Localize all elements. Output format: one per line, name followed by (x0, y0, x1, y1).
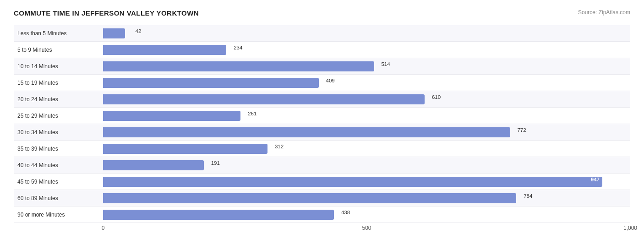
bar-container: 261 (103, 108, 630, 124)
bar-container: 610 (103, 91, 630, 107)
bar-value: 409 (326, 78, 335, 83)
bar-container: 514 (103, 58, 630, 74)
bar-row: 5 to 9 Minutes234 (14, 42, 630, 58)
bar-fill: 514 (103, 61, 374, 71)
x-axis-tick: 0 (102, 225, 105, 231)
bar-label: 40 to 44 Minutes (14, 162, 103, 168)
bar-container: 947 (103, 174, 630, 190)
bar-row: 60 to 89 Minutes784 (14, 190, 630, 206)
bar-fill: 772 (103, 127, 510, 137)
bar-row: 40 to 44 Minutes191 (14, 157, 630, 174)
bar-label: 10 to 14 Minutes (14, 63, 103, 70)
x-axis: 05001,000 (103, 225, 630, 234)
bar-container: 438 (103, 206, 630, 223)
bar-container: 234 (103, 42, 630, 58)
bar-value: 772 (517, 127, 526, 133)
bar-value: 784 (524, 193, 532, 199)
bar-row: 25 to 29 Minutes261 (14, 108, 630, 124)
bar-fill: 261 (103, 111, 240, 121)
bar-fill: 409 (103, 78, 319, 88)
chart-source: Source: ZipAtlas.com (578, 9, 630, 16)
bar-fill: 42 (103, 28, 125, 38)
bar-row: 45 to 59 Minutes947 (14, 174, 630, 190)
bar-container: 191 (103, 157, 630, 173)
bar-label: 5 to 9 Minutes (14, 47, 103, 53)
bar-container: 42 (103, 25, 630, 41)
bar-fill: 312 (103, 144, 267, 154)
bar-row: 90 or more Minutes438 (14, 206, 630, 223)
bar-label: 35 to 39 Minutes (14, 146, 103, 152)
bar-value: 514 (381, 61, 390, 67)
chart-title: COMMUTE TIME IN JEFFERSON VALLEY YORKTOW… (14, 9, 199, 17)
bar-fill: 784 (103, 193, 516, 203)
bar-fill: 191 (103, 160, 204, 170)
bar-row: 20 to 24 Minutes610 (14, 91, 630, 108)
bar-row: 10 to 14 Minutes514 (14, 58, 630, 75)
bar-fill: 234 (103, 45, 226, 55)
bar-container: 312 (103, 141, 630, 157)
bar-value: 234 (234, 45, 242, 50)
chart-wrapper: COMMUTE TIME IN JEFFERSON VALLEY YORKTOW… (14, 9, 630, 234)
chart-header: COMMUTE TIME IN JEFFERSON VALLEY YORKTOW… (14, 9, 630, 17)
bar-fill: 610 (103, 94, 425, 104)
bar-label: 30 to 34 Minutes (14, 129, 103, 136)
bar-value: 438 (341, 210, 350, 215)
bar-fill: 438 (103, 210, 334, 220)
bar-row: 35 to 39 Minutes312 (14, 141, 630, 157)
bar-label: 15 to 19 Minutes (14, 80, 103, 86)
bar-value: 610 (432, 94, 441, 100)
bar-value: 947 (591, 177, 600, 182)
bar-container: 772 (103, 124, 630, 140)
bar-fill: 947 (103, 177, 602, 187)
bar-value: 191 (211, 160, 220, 166)
bar-value: 261 (248, 111, 257, 116)
bar-label: Less than 5 Minutes (14, 30, 103, 37)
chart-area: Less than 5 Minutes425 to 9 Minutes23410… (14, 25, 630, 223)
bar-label: 60 to 89 Minutes (14, 195, 103, 201)
bar-container: 784 (103, 190, 630, 206)
bar-value: 42 (136, 28, 142, 34)
bar-row: 15 to 19 Minutes409 (14, 75, 630, 91)
bar-label: 20 to 24 Minutes (14, 96, 103, 103)
bar-label: 25 to 29 Minutes (14, 113, 103, 119)
bar-value: 312 (275, 144, 284, 149)
bar-row: 30 to 34 Minutes772 (14, 124, 630, 141)
x-axis-tick: 1,000 (623, 225, 637, 231)
bar-label: 90 or more Minutes (14, 212, 103, 218)
bar-container: 409 (103, 75, 630, 91)
x-axis-tick: 500 (362, 225, 371, 231)
bar-row: Less than 5 Minutes42 (14, 25, 630, 42)
bar-label: 45 to 59 Minutes (14, 179, 103, 185)
